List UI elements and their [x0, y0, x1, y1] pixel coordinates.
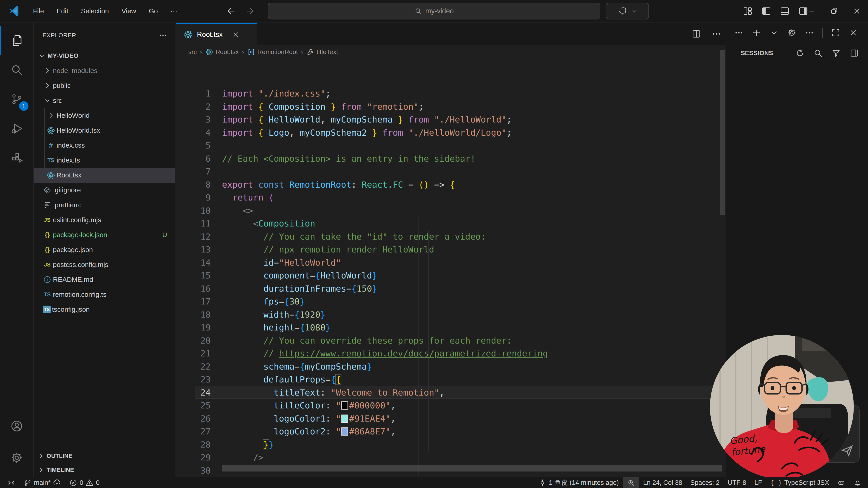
line-number: 29: [176, 453, 211, 462]
git-icon: [43, 186, 52, 195]
status-item-branch[interactable]: main*: [20, 477, 65, 488]
chevron-right-icon: [46, 112, 55, 119]
status-item-bell[interactable]: [849, 477, 866, 488]
status-item-zoomin[interactable]: [623, 477, 639, 488]
more-actions-icon[interactable]: [711, 29, 721, 39]
line-number: 30: [176, 466, 211, 476]
copilot-button[interactable]: [606, 3, 649, 20]
command-center-search[interactable]: my-video: [268, 3, 600, 20]
activitybar-gear[interactable]: [0, 443, 33, 473]
tree-item-tsconfig.json[interactable]: TStsconfig.json: [34, 302, 175, 317]
menu-selection[interactable]: Selection: [74, 7, 115, 15]
breadcrumb-src[interactable]: src: [188, 48, 197, 56]
tree-item-.gitignore[interactable]: .gitignore: [34, 183, 175, 198]
search-value: my-video: [425, 7, 454, 15]
explorer-more-actions-icon[interactable]: [158, 31, 167, 40]
tree-item-remotion.config.ts[interactable]: TSremotion.config.ts: [34, 287, 175, 302]
tab-close-icon[interactable]: [232, 31, 240, 39]
status-label: 0: [80, 479, 83, 486]
ts-file-icon: TS: [46, 156, 55, 165]
tree-item-package.json[interactable]: {}package.json: [34, 242, 175, 257]
code-area[interactable]: 1 import "./index.css"; 2 import { Compo…: [176, 59, 726, 477]
color-swatch[interactable]: [341, 415, 348, 423]
status-item-commit[interactable]: 1-鱼皮 (14 minutes ago): [534, 477, 623, 488]
timeline-section[interactable]: TIMELINE: [34, 463, 175, 477]
fullscreen-icon[interactable]: [831, 28, 840, 37]
chevdown-icon[interactable]: [769, 28, 779, 37]
layout3-icon[interactable]: [780, 6, 790, 16]
tree-item-node_modules[interactable]: node_modules: [34, 63, 175, 78]
symclass-icon: [247, 48, 255, 56]
splitpanel-icon[interactable]: [849, 48, 859, 58]
activitybar-search[interactable]: [0, 55, 33, 85]
status-item-spaces-2[interactable]: Spaces: 2: [686, 477, 723, 488]
tree-item-src[interactable]: src: [34, 93, 175, 108]
plus-icon[interactable]: [752, 28, 761, 37]
menu-overflow[interactable]: ···: [164, 7, 184, 15]
tree-item-label: index.css: [57, 141, 85, 149]
tree-item-helloworld.tsx[interactable]: HelloWorld.tsx: [34, 123, 175, 138]
horizontal-scrollbar[interactable]: [222, 465, 722, 471]
breadcrumb: src›Root.tsx›RemotionRoot›titleText: [188, 45, 338, 59]
code-line-10: 10 <>: [176, 204, 726, 217]
tab-root-tsx[interactable]: Root.tsx: [176, 23, 257, 45]
tree-item-eslint.config.mjs[interactable]: JSeslint.config.mjs: [34, 213, 175, 227]
menu-file[interactable]: File: [27, 7, 50, 15]
activitybar-run-debug[interactable]: [0, 114, 33, 143]
kebab-icon[interactable]: [734, 28, 744, 37]
tree-item-index.ts[interactable]: TSindex.ts: [34, 153, 175, 168]
json-file-icon: {}: [43, 245, 52, 254]
search-icon[interactable]: [813, 48, 823, 58]
layout2-icon[interactable]: [761, 6, 771, 16]
vertical-scrollbar[interactable]: [720, 50, 725, 215]
tree-item-postcss.config.mjs[interactable]: JSpostcss.config.mjs: [34, 257, 175, 272]
refresh-icon[interactable]: [795, 48, 805, 58]
tree-item-readme.md[interactable]: README.md: [34, 272, 175, 287]
tree-item-.prettierrc[interactable]: .prettierrc: [34, 198, 175, 213]
status-item-lf[interactable]: LF: [750, 477, 766, 488]
close-button[interactable]: [845, 0, 868, 22]
activitybar-extensions[interactable]: [0, 143, 33, 173]
kebab-icon[interactable]: [805, 28, 814, 37]
layout1-icon[interactable]: [743, 6, 753, 16]
menu-go[interactable]: Go: [143, 7, 164, 15]
tree-item-my-video[interactable]: MY-VIDEO: [34, 48, 175, 63]
tree-item-index.css[interactable]: #index.css: [34, 138, 175, 153]
status-item-utf-8[interactable]: UTF-8: [723, 477, 750, 488]
timeline-label: TIMELINE: [46, 466, 74, 474]
breadcrumb-root.tsx[interactable]: Root.tsx: [215, 48, 239, 56]
status-item-ln-24-col-38[interactable]: Ln 24, Col 38: [639, 477, 686, 488]
tree-item-public[interactable]: public: [34, 78, 175, 93]
status-item-remote[interactable]: [3, 477, 20, 488]
color-swatch[interactable]: [341, 427, 348, 435]
gear-icon[interactable]: [787, 28, 797, 37]
minimize-button[interactable]: [800, 0, 823, 22]
outline-section[interactable]: OUTLINE: [34, 449, 175, 463]
activitybar-explorer[interactable]: [0, 26, 33, 55]
outline-label: OUTLINE: [46, 453, 72, 459]
closex-icon[interactable]: [848, 28, 858, 37]
filter-icon[interactable]: [831, 48, 841, 58]
restore-button[interactable]: [823, 0, 845, 22]
code-line-13: 13 // npx remotion render HelloWorld: [176, 243, 726, 256]
tree-item-root.tsx[interactable]: Root.tsx: [34, 168, 175, 183]
sync-icon: [53, 479, 61, 487]
menu-edit[interactable]: Edit: [50, 7, 74, 15]
activitybar-account[interactable]: [0, 411, 33, 441]
status-item-copilot[interactable]: [833, 477, 849, 488]
back-arrow-icon[interactable]: [226, 6, 236, 16]
color-swatch[interactable]: [341, 401, 348, 410]
status-item-error[interactable]: 00: [65, 477, 103, 488]
forward-arrow-icon[interactable]: [245, 6, 255, 16]
tree-item-helloworld[interactable]: HelloWorld: [34, 108, 175, 123]
chevron-right-icon: [43, 82, 52, 90]
breadcrumb-titletext[interactable]: titleText: [316, 48, 338, 56]
tree-item-package-lock.json[interactable]: {}package-lock.jsonU: [34, 227, 175, 242]
breadcrumb-remotionroot[interactable]: RemotionRoot: [257, 48, 298, 56]
code-line-1: 1 import "./index.css";: [176, 87, 726, 100]
tree-item-label: .prettierrc: [53, 201, 82, 209]
menu-view[interactable]: View: [115, 7, 142, 15]
status-item-language[interactable]: { }TypeScript JSX: [766, 477, 833, 488]
split-editor-icon[interactable]: [691, 29, 701, 39]
activitybar-source-control[interactable]: 1: [0, 85, 33, 114]
